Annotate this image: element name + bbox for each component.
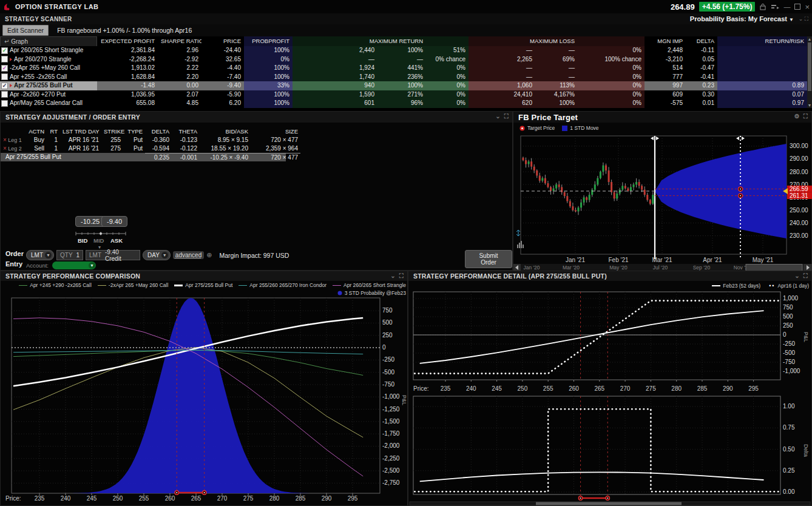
svg-text:750: 750 bbox=[783, 304, 793, 311]
slider-caret-icon: ▾ bbox=[98, 245, 101, 250]
advanced-plus-icon[interactable]: ⊕ bbox=[206, 251, 212, 259]
restore-icon[interactable] bbox=[794, 4, 800, 10]
column-header[interactable]: RETURN/RISK bbox=[717, 36, 807, 46]
slider-mid-label[interactable]: MID bbox=[93, 237, 104, 244]
table-cell: 0.30 bbox=[686, 90, 717, 100]
row-checkbox[interactable]: ✓ bbox=[1, 83, 8, 89]
table-cell: 0.05 bbox=[686, 55, 717, 64]
row-checkbox[interactable] bbox=[1, 91, 8, 98]
table-cell: 940 bbox=[293, 81, 377, 90]
column-header[interactable]: EXPECTED PROFIT bbox=[97, 36, 158, 46]
table-row[interactable]: Apr +255 -2x265 Call1,628.842.20-7.40100… bbox=[0, 73, 807, 82]
table-row[interactable]: Apr -2x260 +270 Put1,036.952.07-5.90100%… bbox=[0, 90, 807, 100]
minimize-icon[interactable]: — bbox=[783, 4, 790, 10]
panel-corner-icons[interactable]: ⌄⛶ bbox=[495, 113, 509, 120]
svg-text:May '21: May '21 bbox=[753, 257, 774, 263]
submit-order-button[interactable]: Submit Order bbox=[465, 250, 512, 268]
column-header[interactable]: PROBPROFIT bbox=[244, 36, 293, 46]
price-target-panel: FB Price Target ⚙⛶ Target Price 1 STD Mo… bbox=[513, 111, 812, 271]
strategy-name-cell[interactable]: Apr 260/270 Strangle bbox=[0, 55, 97, 64]
leg-cell: -0.594 bbox=[145, 144, 172, 153]
table-row[interactable]: ✓Apr 260/265 Short Strangle2,361.842.96-… bbox=[0, 46, 807, 55]
strategy-name-cell[interactable]: Apr +255 -2x265 Call bbox=[0, 73, 97, 82]
table-cell: 441% bbox=[377, 64, 426, 73]
alert-marker-icon bbox=[10, 84, 12, 87]
table-cell: 2.96 bbox=[158, 46, 201, 55]
order-leg-row[interactable]: × Leg 2Sell1APR 16 '21275Put-0.594-0.122… bbox=[1, 144, 286, 153]
edit-scanner-button[interactable]: Edit Scanner bbox=[2, 25, 49, 36]
column-header[interactable] bbox=[578, 36, 645, 46]
table-row[interactable]: Apr 260/270 Strangle-2,268.24-2.9232.650… bbox=[0, 55, 807, 64]
svg-text:250.00: 250.00 bbox=[790, 207, 808, 214]
svg-text:-1,250: -1,250 bbox=[382, 406, 400, 413]
probability-basis-dropdown[interactable]: Probability Basis: My Forecast ▼ bbox=[690, 15, 794, 22]
table-row[interactable]: ✓Apr 275/255 Bull Put-1.480.00-9.4033%94… bbox=[0, 81, 807, 90]
slider-bid-label[interactable]: BID bbox=[78, 237, 87, 244]
price-target-chart[interactable]: 300.00290.00280.00270.00260.00250.00240.… bbox=[513, 112, 812, 271]
table-cell: 0% bbox=[426, 64, 469, 73]
strategy-name-cell[interactable]: ✓Apr 275/255 Bull Put bbox=[0, 81, 97, 90]
column-header[interactable]: SHARPE RATIO bbox=[158, 36, 201, 46]
svg-text:0.50: 0.50 bbox=[783, 446, 795, 453]
lock-icon[interactable] bbox=[759, 3, 766, 10]
table-cell: 100% chance bbox=[578, 55, 645, 64]
change-badge: +4.56 (+1.75%) bbox=[699, 2, 756, 12]
svg-text:-2,750: -2,750 bbox=[382, 479, 400, 486]
table-row[interactable]: Apr/May 265 Calendar Call655.084.856.201… bbox=[0, 99, 807, 108]
strategy-summary-row[interactable]: Apr 275/255 Bull Put0.235-0.001-10.25 × … bbox=[1, 153, 286, 161]
close-icon[interactable]: × bbox=[805, 3, 810, 11]
strategy-scanner-table: ↵ GraphEXPECTED PROFITSHARPE RATIOPRICEP… bbox=[0, 36, 807, 108]
account-label: Account: bbox=[26, 262, 49, 269]
table-cell: 0% bbox=[578, 73, 645, 82]
order-leg-row[interactable]: × Leg 1Buy1APR 16 '21255Put-0.360-0.1238… bbox=[1, 136, 286, 144]
leg-cell: 18.55 × 19.20 bbox=[200, 144, 251, 153]
table-cell: 4.85 bbox=[158, 99, 201, 108]
svg-text:230.00: 230.00 bbox=[790, 232, 808, 239]
row-checkbox[interactable]: ✓ bbox=[1, 47, 8, 54]
column-header[interactable]: ↵ Graph bbox=[0, 36, 97, 46]
quantity-field[interactable]: QTY1 bbox=[56, 250, 83, 260]
table-cell: 0.23 bbox=[686, 81, 717, 90]
svg-text:0.75: 0.75 bbox=[783, 424, 795, 431]
row-checkbox[interactable] bbox=[1, 56, 8, 62]
ask-price-button[interactable]: -9.40 bbox=[101, 216, 127, 227]
tif-dropdown[interactable]: DAY▼ bbox=[143, 250, 171, 260]
scrollbar-thumb[interactable] bbox=[808, 42, 811, 91]
scroll-down-icon[interactable]: ▼ bbox=[807, 103, 812, 108]
account-dropdown[interactable]: ▼ bbox=[52, 261, 96, 269]
svg-text:285: 285 bbox=[296, 495, 306, 502]
strategy-name-cell[interactable]: ✓Apr 260/265 Short Strangle bbox=[0, 46, 97, 55]
leg-column-header: SIZE bbox=[251, 127, 300, 136]
limit-price-field[interactable]: LMT-9.40 Credit bbox=[86, 250, 140, 260]
pin-icon[interactable] bbox=[771, 4, 779, 10]
option-strategy-lab-window: OPTION STRATEGY LAB 264.89 +4.56 (+1.75%… bbox=[0, 0, 812, 506]
column-header[interactable]: MAXIMUM RETURN bbox=[293, 36, 426, 46]
column-header[interactable] bbox=[426, 36, 469, 46]
table-row[interactable]: ✓-2xApr 265 +May 260 Call1,913.022.22-4.… bbox=[0, 64, 807, 73]
svg-text:275: 275 bbox=[646, 385, 656, 392]
strategy-name-cell[interactable]: Apr/May 265 Calendar Call bbox=[0, 99, 97, 108]
strategy-name-cell[interactable]: Apr -2x260 +270 Put bbox=[0, 90, 97, 100]
table-cell: 655.08 bbox=[97, 99, 158, 108]
svg-text:1.00: 1.00 bbox=[783, 403, 795, 410]
detail-charts[interactable]: 1,0007505002500-250-500-750-1,000P&LPric… bbox=[408, 271, 812, 506]
order-type-dropdown[interactable]: LMT▼ bbox=[26, 250, 54, 260]
column-header[interactable]: MAXIMUM LOSS bbox=[469, 36, 578, 46]
detail-panel: STRATEGY PERFORMANCE DETAIL (APR 275/255… bbox=[408, 271, 812, 506]
comparison-chart[interactable]: 7505002500-250-500-750-1,000-1,250-1,500… bbox=[1, 271, 408, 506]
leg-cell: -0.122 bbox=[172, 144, 200, 153]
strategy-name-cell[interactable]: ✓-2xApr 265 +May 260 Call bbox=[0, 64, 97, 73]
advanced-button[interactable]: advanced bbox=[173, 251, 204, 259]
row-checkbox[interactable] bbox=[1, 73, 8, 80]
column-header[interactable]: MGN IMP bbox=[645, 36, 686, 46]
column-header[interactable]: DELTA bbox=[686, 36, 717, 46]
row-checkbox[interactable]: ✓ bbox=[1, 65, 8, 72]
panel-corner-icons[interactable]: ⌄ ⛶ bbox=[799, 16, 808, 22]
bid-price-button[interactable]: -10.25 bbox=[75, 216, 105, 227]
table-scrollbar[interactable]: ▲ ▼ bbox=[807, 36, 812, 108]
column-header[interactable]: PRICE bbox=[201, 36, 244, 46]
slider-ask-label[interactable]: ASK bbox=[110, 237, 123, 244]
scroll-up-icon[interactable]: ▲ bbox=[807, 36, 812, 42]
price-slider[interactable] bbox=[75, 231, 127, 237]
row-checkbox[interactable] bbox=[1, 100, 8, 107]
